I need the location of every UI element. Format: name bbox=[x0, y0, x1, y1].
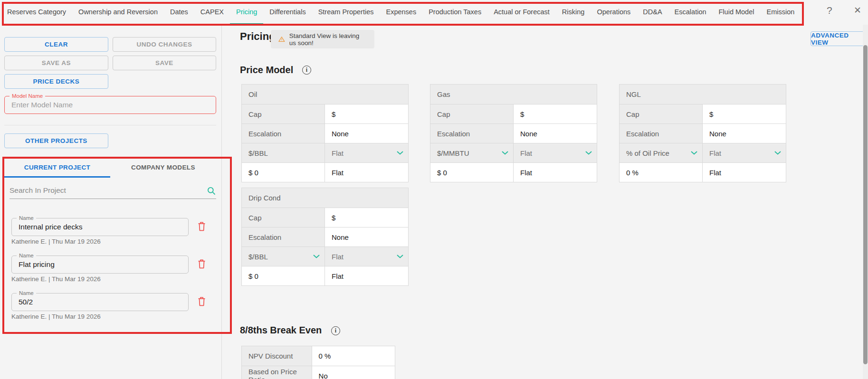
model-card-name-input[interactable] bbox=[12, 256, 188, 273]
model-card-name-field: Name bbox=[11, 256, 189, 274]
nav-tab-fluid-model[interactable]: Fluid Model bbox=[713, 0, 761, 25]
nav-tab-risking[interactable]: Risking bbox=[556, 0, 591, 25]
delete-model-icon[interactable] bbox=[197, 258, 207, 269]
price-value[interactable]: $ 0 bbox=[242, 266, 325, 285]
nav-tab-escalation[interactable]: Escalation bbox=[668, 0, 713, 25]
escalation-label: Escalation bbox=[242, 227, 325, 246]
chevron-down-icon bbox=[397, 151, 403, 155]
undo-changes-button[interactable]: UNDO CHANGES bbox=[113, 37, 216, 52]
nav-tab-actual-or-forecast[interactable]: Actual or Forecast bbox=[487, 0, 556, 25]
nav-tab-production-taxes[interactable]: Production Taxes bbox=[422, 0, 487, 25]
nav-tab-dates[interactable]: Dates bbox=[164, 0, 194, 25]
price-value[interactable]: $ 0 bbox=[242, 163, 325, 182]
tab-company-models[interactable]: COMPANY MODELS bbox=[110, 158, 216, 177]
unit-value: % of Oil Price bbox=[626, 149, 669, 157]
price-decks-button[interactable]: PRICE DECKS bbox=[4, 74, 108, 89]
model-card-meta: Katherine E. | Thu Mar 19 2026 bbox=[11, 275, 101, 283]
escalation-value[interactable]: None bbox=[325, 227, 408, 246]
table-row: $ 0 Flat bbox=[430, 162, 597, 182]
table-row: 0 % Flat bbox=[620, 162, 786, 182]
price-value[interactable]: $ 0 bbox=[430, 163, 514, 182]
cap-label: Cap bbox=[430, 104, 514, 123]
cap-value[interactable]: $ bbox=[325, 208, 408, 227]
nav-tab-emission[interactable]: Emission bbox=[760, 0, 801, 25]
cap-value[interactable]: $ bbox=[703, 104, 786, 123]
price-ratio-label: Based on Price Ratio bbox=[242, 366, 312, 379]
nav-tab-ownership-and-reversion[interactable]: Ownership and Reversion bbox=[72, 0, 164, 25]
model-name-field: Model Name bbox=[4, 96, 216, 114]
save-button[interactable]: SAVE bbox=[113, 56, 216, 70]
table-row: % of Oil Price Flat bbox=[620, 143, 786, 162]
escalation-value[interactable]: None bbox=[325, 124, 408, 143]
search-icon bbox=[207, 186, 216, 196]
chevron-down-icon bbox=[691, 151, 697, 155]
nav-tab-reserves-category[interactable]: Reserves Category bbox=[1, 0, 72, 25]
model-card-name-input[interactable] bbox=[12, 294, 188, 311]
escalation-value[interactable]: None bbox=[514, 124, 597, 143]
warning-icon bbox=[278, 36, 285, 43]
chevron-down-icon bbox=[502, 151, 508, 155]
period-value[interactable]: Flat bbox=[514, 163, 597, 182]
nav-tab-pricing[interactable]: Pricing bbox=[230, 0, 263, 25]
nav-tab-capex[interactable]: CAPEX bbox=[194, 0, 230, 25]
other-projects-button[interactable]: OTHER PROJECTS bbox=[4, 133, 108, 148]
table-row: $ 0 Flat bbox=[242, 162, 408, 182]
price-value[interactable]: 0 % bbox=[620, 163, 703, 182]
unit-select[interactable]: $/MMBTU bbox=[430, 143, 514, 162]
sidebar-divider bbox=[221, 25, 222, 379]
save-as-button[interactable]: SAVE AS bbox=[4, 56, 108, 70]
app-window: Reserves Category Ownership and Reversio… bbox=[0, 0, 868, 379]
break-even-heading: 8/8ths Break Even bbox=[240, 325, 322, 336]
tab-current-project[interactable]: CURRENT PROJECT bbox=[4, 158, 110, 177]
table-row: Escalation None bbox=[242, 227, 408, 246]
nav-tab-operations[interactable]: Operations bbox=[591, 0, 637, 25]
nav-tab-differentials[interactable]: Differentials bbox=[263, 0, 312, 25]
table-row: Cap $ bbox=[242, 104, 408, 123]
unit-select[interactable]: % of Oil Price bbox=[620, 143, 703, 162]
delete-model-icon[interactable] bbox=[197, 296, 207, 307]
cap-value[interactable]: $ bbox=[325, 104, 408, 123]
cap-value[interactable]: $ bbox=[514, 104, 597, 123]
chevron-down-icon bbox=[397, 255, 403, 258]
table-row: Escalation None bbox=[620, 123, 786, 143]
model-card-name-input[interactable] bbox=[12, 218, 188, 236]
standard-view-warning-banner: Standard View is leaving us soon! bbox=[271, 30, 374, 48]
table-row: $/BBL Flat bbox=[242, 246, 408, 266]
break-even-info-icon[interactable]: i bbox=[331, 326, 340, 335]
unit-label: $/BBL bbox=[242, 143, 325, 162]
npv-discount-label: NPV Discount bbox=[242, 346, 312, 366]
rate-type-select[interactable]: Flat bbox=[703, 143, 786, 162]
scrollbar-thumb[interactable] bbox=[863, 45, 868, 364]
price-ratio-value[interactable]: No bbox=[312, 366, 395, 379]
price-table-gas: Gas Cap $ Escalation None $/MMBTU Flat $… bbox=[430, 84, 597, 182]
nav-tab-dda[interactable]: DD&A bbox=[637, 0, 668, 25]
escalation-value[interactable]: None bbox=[703, 124, 786, 143]
delete-model-icon[interactable] bbox=[197, 221, 207, 232]
help-icon[interactable]: ? bbox=[827, 5, 832, 16]
period-value[interactable]: Flat bbox=[325, 163, 408, 182]
rate-type-select[interactable]: Flat bbox=[325, 247, 408, 266]
nav-tab-expenses[interactable]: Expenses bbox=[380, 0, 423, 25]
npv-discount-value[interactable]: 0 % bbox=[312, 346, 395, 366]
model-card-name-label: Name bbox=[17, 290, 36, 296]
break-even-table: NPV Discount 0 % Based on Price Ratio No bbox=[241, 346, 395, 379]
period-value[interactable]: Flat bbox=[703, 163, 786, 182]
escalation-label: Escalation bbox=[620, 124, 703, 143]
active-tab-indicator bbox=[4, 176, 110, 178]
unit-value: $/MMBTU bbox=[437, 149, 469, 157]
close-icon[interactable]: ✕ bbox=[854, 5, 861, 16]
unit-select[interactable]: $/BBL bbox=[242, 247, 325, 266]
advanced-view-button[interactable]: ADVANCED VIEW bbox=[811, 31, 868, 46]
price-model-info-icon[interactable]: i bbox=[302, 66, 311, 75]
price-table-header: Gas bbox=[430, 85, 597, 104]
escalation-label: Escalation bbox=[242, 124, 325, 143]
rate-type-select[interactable]: Flat bbox=[514, 143, 597, 162]
search-input[interactable] bbox=[10, 185, 216, 199]
price-table-header: Oil bbox=[242, 85, 408, 104]
period-value[interactable]: Flat bbox=[325, 266, 408, 285]
rate-type-select[interactable]: Flat bbox=[325, 143, 408, 162]
clear-button[interactable]: CLEAR bbox=[4, 37, 108, 52]
nav-tab-stream-properties[interactable]: Stream Properties bbox=[312, 0, 380, 25]
model-card-name-label: Name bbox=[17, 215, 36, 221]
price-model-heading: Price Model bbox=[240, 65, 293, 76]
